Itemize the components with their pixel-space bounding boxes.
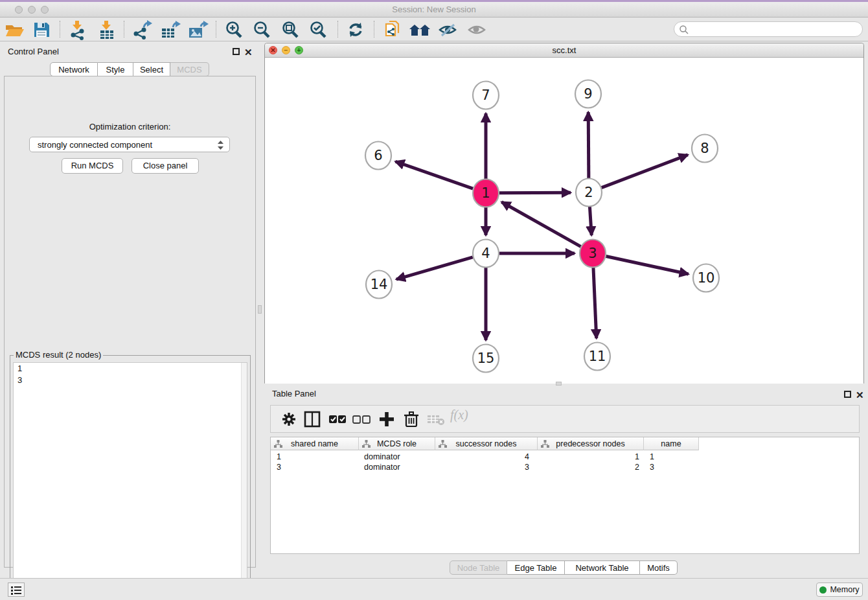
main-toolbar bbox=[0, 17, 868, 41]
column-header-name[interactable]: name bbox=[644, 437, 699, 450]
cell-predecessor-nodes: 1 bbox=[538, 452, 644, 462]
export-table-icon[interactable] bbox=[159, 19, 181, 40]
task-history-button[interactable] bbox=[8, 583, 25, 597]
duplicate-network-icon[interactable] bbox=[381, 19, 403, 40]
tab-edge-table[interactable]: Edge Table bbox=[507, 560, 565, 575]
tab-network[interactable]: Network bbox=[50, 62, 98, 76]
close-panel-button[interactable]: Close panel bbox=[131, 158, 199, 174]
search-field[interactable] bbox=[674, 21, 863, 37]
export-image-icon[interactable] bbox=[187, 19, 209, 40]
table-panel-float-icon[interactable] bbox=[844, 391, 851, 398]
mcds-result-box: MCDS result (2 nodes) 1 3 bbox=[10, 355, 251, 600]
select-all-checkboxes-icon[interactable] bbox=[327, 410, 348, 429]
node-table[interactable]: shared name MCDS role successor nodes pr… bbox=[270, 437, 860, 554]
mcds-result-legend: MCDS result (2 nodes) bbox=[14, 350, 103, 360]
column-header-predecessor-nodes[interactable]: predecessor nodes bbox=[538, 437, 644, 450]
run-mcds-button[interactable]: Run MCDS bbox=[62, 158, 123, 174]
graph-edge-2-8[interactable] bbox=[602, 155, 688, 188]
column-layout-icon[interactable] bbox=[302, 410, 323, 429]
export-network-icon[interactable] bbox=[131, 19, 153, 40]
graph-node-10[interactable]: 10 bbox=[693, 264, 719, 292]
graph-node-7[interactable]: 7 bbox=[473, 82, 499, 110]
function-builder-icon[interactable]: f(x) bbox=[450, 408, 471, 427]
import-network-icon[interactable] bbox=[67, 19, 89, 40]
graph-edge-3-1[interactable] bbox=[501, 202, 580, 247]
control-panel-float-icon[interactable] bbox=[233, 48, 240, 55]
tab-motifs[interactable]: Motifs bbox=[640, 560, 678, 575]
memory-button[interactable]: Memory bbox=[816, 583, 863, 597]
control-panel-close-icon[interactable]: ✕ bbox=[244, 49, 253, 56]
graph-node-14[interactable]: 14 bbox=[366, 271, 392, 299]
settings-gear-icon[interactable] bbox=[279, 410, 299, 429]
cell-successor-nodes: 4 bbox=[435, 452, 538, 462]
table-row[interactable]: 1 dominator 4 1 1 bbox=[271, 452, 699, 462]
graph-edge-4-14[interactable] bbox=[396, 257, 473, 279]
svg-text:11: 11 bbox=[589, 349, 606, 364]
open-folder-icon[interactable] bbox=[3, 19, 25, 40]
zoom-fit-icon[interactable] bbox=[280, 19, 302, 40]
optimization-criterion-select[interactable]: strongly connected component bbox=[29, 137, 230, 152]
column-header-mcds-role[interactable]: MCDS role bbox=[359, 437, 435, 450]
graph-edge-3-11[interactable] bbox=[593, 267, 597, 338]
graph-edge-2-9[interactable] bbox=[588, 112, 589, 179]
window-titlebar: Session: New Session bbox=[0, 2, 868, 17]
tab-mcds[interactable]: MCDS bbox=[170, 62, 209, 76]
search-input[interactable] bbox=[691, 23, 858, 36]
tab-network-table[interactable]: Network Table bbox=[565, 560, 640, 575]
graph-node-6[interactable]: 6 bbox=[365, 142, 391, 170]
cell-successor-nodes: 3 bbox=[435, 462, 538, 472]
import-table-icon[interactable] bbox=[96, 19, 118, 40]
svg-text:9: 9 bbox=[584, 86, 592, 102]
graph-edge-3-10[interactable] bbox=[606, 256, 689, 274]
table-row[interactable]: 3 dominator 3 2 3 bbox=[271, 462, 699, 472]
cell-mcds-role: dominator bbox=[359, 452, 435, 462]
table-panel: Table Panel ✕ f(x) shared name bbox=[264, 386, 864, 578]
tab-style[interactable]: Style bbox=[98, 62, 133, 76]
graph-node-11[interactable]: 11 bbox=[584, 343, 610, 371]
zoom-selected-icon[interactable] bbox=[308, 19, 330, 40]
horizontal-splitter-handle[interactable] bbox=[556, 382, 562, 386]
select-chevrons-icon bbox=[217, 139, 224, 153]
graph-node-3[interactable]: 3 bbox=[580, 240, 606, 268]
column-header-shared-name[interactable]: shared name bbox=[271, 437, 359, 450]
deselect-all-checkboxes-icon[interactable] bbox=[351, 410, 372, 429]
cell-name: 3 bbox=[644, 462, 699, 472]
svg-text:14: 14 bbox=[371, 277, 388, 292]
graph-node-4[interactable]: 4 bbox=[473, 240, 499, 268]
graph-edge-1-2[interactable] bbox=[499, 192, 571, 193]
graph-node-8[interactable]: 8 bbox=[692, 135, 718, 163]
graph-node-2[interactable]: 2 bbox=[576, 179, 602, 207]
column-header-successor-nodes[interactable]: successor nodes bbox=[435, 437, 538, 450]
vertical-splitter-handle[interactable] bbox=[258, 305, 262, 314]
delete-column-trash-icon[interactable] bbox=[401, 410, 422, 429]
tab-node-table[interactable]: Node Table bbox=[450, 560, 507, 575]
network-window-titlebar[interactable]: ✕ − + scc.txt bbox=[265, 43, 863, 58]
tab-select[interactable]: Select bbox=[133, 62, 170, 76]
graph-node-15[interactable]: 15 bbox=[473, 345, 499, 373]
svg-text:6: 6 bbox=[374, 148, 382, 163]
mcds-result-item: 3 bbox=[14, 375, 247, 386]
zoom-in-icon[interactable] bbox=[223, 19, 246, 40]
toolbar-separator bbox=[374, 21, 374, 38]
delete-table-icon[interactable] bbox=[426, 410, 446, 429]
save-icon[interactable] bbox=[30, 19, 52, 40]
graph-edge-2-3[interactable] bbox=[589, 206, 591, 235]
cell-shared-name: 3 bbox=[271, 462, 359, 472]
home-views-icon[interactable] bbox=[409, 19, 431, 40]
graph-edge-1-6[interactable] bbox=[395, 161, 473, 189]
table-panel-close-icon[interactable]: ✕ bbox=[856, 391, 864, 398]
network-graph[interactable]: 7968124314101511 bbox=[265, 58, 863, 384]
refresh-icon[interactable] bbox=[345, 19, 367, 40]
network-window-title: scc.txt bbox=[265, 45, 863, 55]
svg-text:10: 10 bbox=[698, 270, 715, 286]
mcds-result-list[interactable]: 1 3 bbox=[13, 362, 247, 597]
graph-node-1[interactable]: 1 bbox=[473, 179, 499, 207]
toolbar-separator bbox=[337, 21, 338, 38]
graph-node-9[interactable]: 9 bbox=[575, 80, 601, 108]
zoom-out-icon[interactable] bbox=[251, 19, 273, 40]
network-canvas[interactable]: 7968124314101511 bbox=[265, 58, 863, 384]
show-all-eye-icon[interactable] bbox=[466, 19, 488, 40]
add-column-icon[interactable] bbox=[376, 410, 397, 429]
hide-selected-eye-icon[interactable] bbox=[437, 19, 459, 40]
result-scrollbar[interactable] bbox=[241, 363, 247, 596]
